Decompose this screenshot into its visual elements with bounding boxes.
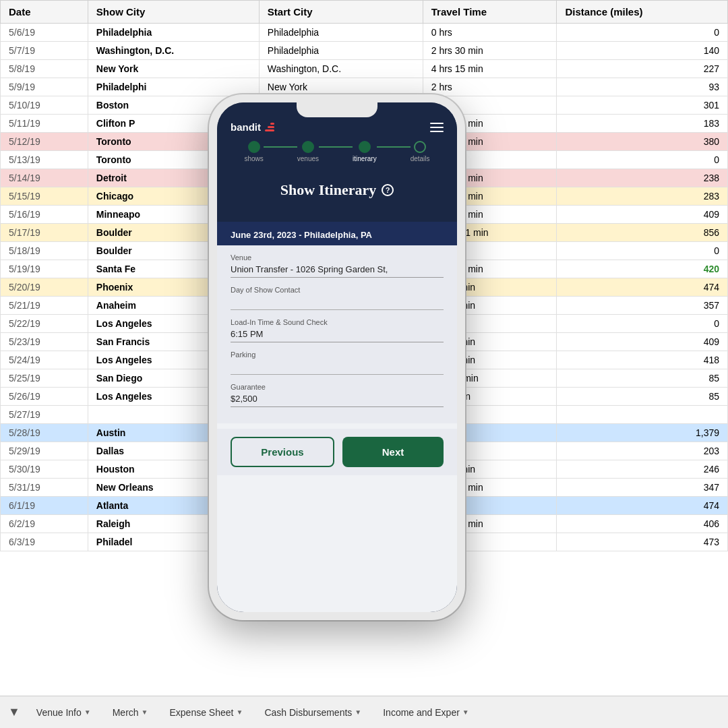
step-label: itinerary (353, 155, 377, 162)
table-cell: 301 (557, 96, 728, 115)
column-header: Show City (88, 1, 259, 24)
table-cell: 406 (557, 515, 728, 533)
tab-label: Cash Disbursements (264, 707, 352, 718)
step-venues[interactable]: venues (297, 141, 319, 162)
table-cell: 5/26/19 (1, 388, 88, 406)
table-cell: 474 (557, 497, 728, 515)
step-shows[interactable]: shows (244, 141, 263, 162)
column-header: Distance (miles) (557, 1, 728, 24)
table-cell: 5/7/19 (1, 42, 88, 60)
chevron-down-icon: ▼ (355, 708, 361, 716)
table-cell: 6/1/19 (1, 497, 88, 515)
table-cell: 420 (557, 260, 728, 278)
table-cell: 5/29/19 (1, 442, 88, 460)
table-cell: 357 (557, 297, 728, 315)
field-label: Load-In Time & Sound Check (231, 318, 444, 326)
phone-inner: bandit showsvenuesitinerarydetails (217, 102, 457, 612)
chevron-down-icon: ▼ (84, 708, 91, 716)
tab-item[interactable]: Merch▼ (103, 703, 158, 722)
table-cell: 5/23/19 (1, 333, 88, 351)
tab-item[interactable]: Venue Info▼ (27, 703, 100, 722)
field-value: Union Transfer - 1026 Spring Garden St, (231, 264, 444, 278)
action-buttons: Previous Next (217, 429, 457, 475)
help-icon[interactable]: ? (382, 184, 394, 196)
step-label: details (411, 155, 430, 162)
phone-notch (297, 102, 377, 117)
table-cell: 0 hrs (423, 24, 557, 42)
table-cell: 5/22/19 (1, 315, 88, 333)
next-button[interactable]: Next (342, 437, 444, 467)
table-cell: 347 (557, 479, 728, 497)
table-cell: 5/30/19 (1, 460, 88, 479)
table-cell (557, 406, 728, 424)
field-group: VenueUnion Transfer - 1026 Spring Garden… (231, 253, 444, 278)
table-cell: 409 (557, 333, 728, 351)
table-cell: 5/18/19 (1, 242, 88, 260)
table-row: 5/7/19Washington, D.C.Philadelphia2 hrs … (1, 42, 728, 60)
previous-button[interactable]: Previous (231, 437, 334, 467)
step-connector (319, 146, 353, 148)
table-cell: 5/16/19 (1, 206, 88, 224)
phone-content-area: Show Itinerary ? June 23rd, 2023 - Phila… (217, 171, 457, 612)
table-cell: 140 (557, 42, 728, 60)
step-itinerary[interactable]: itinerary (353, 141, 377, 162)
field-value (231, 361, 444, 375)
table-cell: 5/17/19 (1, 224, 88, 242)
table-cell: 4 hrs 15 min (423, 60, 557, 78)
table-cell: 85 (557, 369, 728, 388)
tab-label: Income and Exper (383, 707, 460, 718)
field-label: Day of Show Contact (231, 286, 444, 294)
table-cell: 1,379 (557, 424, 728, 442)
table-cell: 0 (557, 242, 728, 260)
chevron-down-icon: ▼ (462, 708, 469, 716)
phone-outer: bandit showsvenuesitinerarydetails (209, 94, 465, 620)
tab-item[interactable]: Expense Sheet▼ (160, 703, 253, 722)
table-cell: 856 (557, 224, 728, 242)
table-cell: Philadelphi (88, 78, 259, 96)
field-value (231, 297, 444, 310)
table-cell: 5/20/19 (1, 278, 88, 297)
table-cell: 5/8/19 (1, 60, 88, 78)
table-cell: 246 (557, 460, 728, 479)
table-cell: 409 (557, 206, 728, 224)
itinerary-title: Show Itinerary (280, 181, 376, 199)
itinerary-header-bar: Show Itinerary ? (217, 171, 457, 222)
sheet-nav-left[interactable]: ▼ (8, 705, 20, 719)
table-cell: 5/15/19 (1, 187, 88, 206)
step-label: venues (297, 155, 319, 162)
table-cell: 238 (557, 169, 728, 187)
table-cell: 5/10/19 (1, 96, 88, 115)
field-value: 6:15 PM (231, 329, 444, 342)
table-cell: 93 (557, 78, 728, 96)
field-group: Parking (231, 351, 444, 375)
table-cell: Washington, D.C. (259, 60, 423, 78)
step-connector (264, 146, 297, 148)
phone-mockup: bandit showsvenuesitinerarydetails (209, 94, 465, 620)
table-cell: 85 (557, 388, 728, 406)
table-cell: 473 (557, 533, 728, 551)
table-cell: 5/13/19 (1, 151, 88, 169)
tab-label: Expense Sheet (170, 707, 234, 718)
table-row: 5/9/19PhiladelphiNew York2 hrs93 (1, 78, 728, 96)
step-details[interactable]: details (411, 141, 430, 162)
table-cell: 5/14/19 (1, 169, 88, 187)
table-cell: 5/25/19 (1, 369, 88, 388)
stepper: showsvenuesitinerarydetails (217, 138, 457, 171)
table-row: 5/8/19New YorkWashington, D.C.4 hrs 15 m… (1, 60, 728, 78)
table-cell: 5/11/19 (1, 115, 88, 133)
table-cell: 5/31/19 (1, 479, 88, 497)
table-cell: 5/6/19 (1, 24, 88, 42)
step-circle (248, 141, 260, 153)
table-cell: Philadelphia (259, 42, 423, 60)
table-cell: Washington, D.C. (88, 42, 259, 60)
table-cell: 2 hrs (423, 78, 557, 96)
tab-item[interactable]: Cash Disbursements▼ (255, 703, 371, 722)
signal-icon (265, 123, 274, 131)
tab-item[interactable]: Income and Exper▼ (373, 703, 479, 722)
table-cell: 5/28/19 (1, 424, 88, 442)
table-cell: 5/9/19 (1, 78, 88, 96)
menu-icon[interactable] (430, 123, 444, 132)
table-cell: 2 hrs 30 min (423, 42, 557, 60)
column-header: Start City (259, 1, 423, 24)
table-cell: 283 (557, 187, 728, 206)
